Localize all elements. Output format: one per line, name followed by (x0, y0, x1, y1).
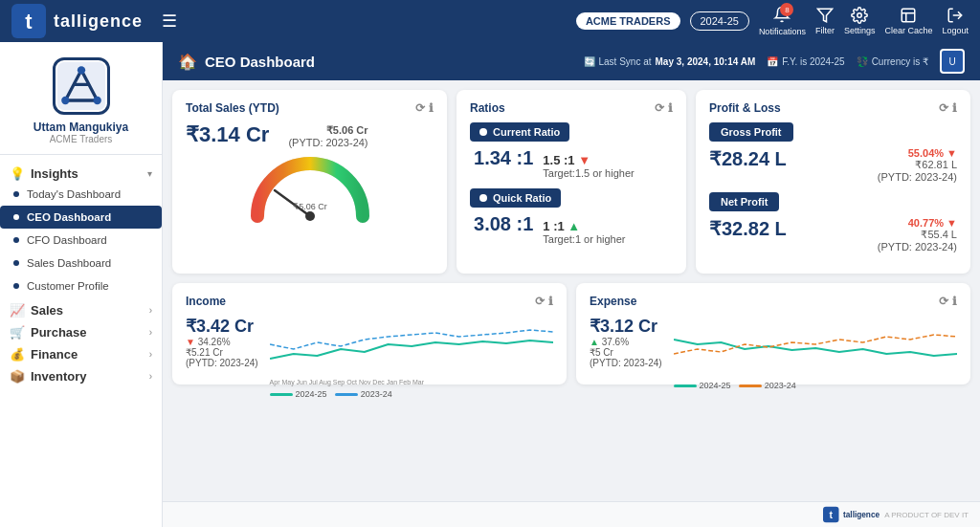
gross-profit-value-row: ₹28.24 L 55.04% ▼ ₹62.81 L (PYTD: 2023-2… (709, 147, 957, 183)
currency-label: Currency is ₹ (872, 56, 928, 67)
quick-ratio-item: Quick Ratio 3.08 :1 1 :1 ▲ Target:1 or h… (470, 188, 673, 245)
gauge-chart: ₹5.06 Cr (248, 154, 372, 226)
notifications-label: Notifications (759, 27, 806, 36)
brand-tagline: A PRODUCT OF DEV IT (884, 511, 969, 519)
gross-profit-prev: 55.04% ▼ ₹62.81 L (PYTD: 2023-24) (878, 147, 957, 183)
expense-chart-legend: 2024-25 2023-24 (674, 381, 957, 390)
legend-prev-dot (335, 393, 358, 396)
sidebar-profile: Uttam Mangukiya ACME Traders (0, 42, 162, 155)
sales-main-value: ₹3.14 Cr (186, 122, 269, 147)
svg-point-8 (61, 97, 69, 104)
income-title: Income ⟳ ℹ (186, 295, 553, 308)
current-ratio-button[interactable]: Current Ratio (470, 122, 569, 142)
card-icon-group: ⟳ ℹ (415, 101, 434, 115)
refresh-icon[interactable]: ⟳ (415, 101, 425, 115)
down-arrow-icon: ▼ (578, 153, 590, 167)
refresh-icon[interactable]: ⟳ (655, 101, 664, 115)
bottom-brand: t talligence A PRODUCT OF DEV IT (163, 501, 980, 527)
net-profit-button[interactable]: Net Profit (709, 192, 780, 211)
nav-dot (13, 260, 19, 266)
sidebar-section-sales[interactable]: 📈 Sales › (0, 297, 162, 319)
currency-icon: 💱 (857, 56, 868, 67)
filter-button[interactable]: Filter (815, 7, 835, 35)
finance-icon: 💰 (10, 347, 25, 362)
nav-item-cfo-dashboard[interactable]: CFO Dashboard (0, 229, 162, 252)
notification-badge: 8 (780, 3, 793, 16)
sales-chevron: › (149, 305, 152, 316)
gross-profit-section: Gross Profit ₹28.24 L 55.04% ▼ ₹62.81 L … (709, 122, 957, 183)
svg-marker-2 (817, 9, 832, 22)
avatar-logo-icon (57, 62, 105, 110)
logo-text: talligence (54, 11, 143, 32)
calendar-icon: 📅 (767, 56, 778, 67)
sidebar-section-insights[interactable]: 💡 Insights ▾ (0, 161, 162, 183)
logout-button[interactable]: Logout (942, 7, 969, 35)
last-sync-item: 🔄 Last Sync at May 3, 2024, 10:14 AM (584, 56, 756, 67)
legend-prev-dot (739, 384, 762, 387)
legend-current-dot (674, 384, 697, 387)
dashboard-content: Total Sales (YTD) ⟳ ℹ ₹3.14 Cr ₹5.06 Cr … (163, 80, 980, 501)
sales-prev: ₹5.06 Cr (PYTD: 2023-24) (288, 124, 368, 148)
settings-button[interactable]: Settings (844, 7, 876, 35)
nav-item-customer-profile[interactable]: Customer Profile (0, 274, 162, 297)
pl-icons: ⟳ ℹ (939, 101, 957, 115)
gauge-container: ₹5.06 Cr (186, 154, 434, 226)
talligence-footer-logo: t talligence (823, 506, 880, 523)
insights-nav-items: Today's Dashboard CEO Dashboard CFO Dash… (0, 183, 162, 297)
sidebar-section-inventory[interactable]: 📦 Inventory › (0, 363, 162, 385)
last-sync-value: May 3, 2024, 10:14 AM (656, 56, 756, 67)
svg-text:talligence: talligence (843, 511, 880, 519)
sidebar: Uttam Mangukiya ACME Traders 💡 Insights … (0, 42, 163, 527)
nav-item-ceo-dashboard[interactable]: CEO Dashboard (0, 206, 162, 229)
clear-cache-label: Clear Cache (884, 26, 932, 35)
inventory-label: 📦 Inventory (10, 369, 87, 384)
settings-label: Settings (844, 26, 876, 35)
quick-ratio-button[interactable]: Quick Ratio (470, 188, 561, 208)
fy-label: F.Y. is 2024-25 (782, 56, 844, 67)
notifications-button[interactable]: 8 Notifications (759, 6, 806, 36)
hamburger-icon[interactable]: ☰ (162, 11, 177, 32)
refresh-icon[interactable]: ⟳ (939, 101, 948, 115)
info-icon[interactable]: ℹ (952, 101, 957, 115)
info-icon[interactable]: ℹ (548, 295, 553, 308)
sidebar-section-finance[interactable]: 💰 Finance › (0, 341, 162, 363)
net-profit-value-row: ₹32.82 L 40.77% ▼ ₹55.4 L (PYTD: 2023-24… (709, 217, 957, 253)
purchase-label: 🛒 Purchase (10, 325, 87, 340)
total-sales-card: Total Sales (YTD) ⟳ ℹ ₹3.14 Cr ₹5.06 Cr … (172, 90, 447, 274)
profile-pic-item[interactable]: U (940, 49, 965, 74)
income-prev: ▼ 34.26% ₹5.21 Cr (PYTD: 2023-24) (186, 337, 258, 368)
clear-cache-button[interactable]: Clear Cache (884, 7, 932, 35)
finance-chevron: › (149, 349, 152, 360)
current-ratio-target: 1.5 :1 ▼ Target:1.5 or higher (543, 153, 634, 179)
svg-text:₹5.06 Cr: ₹5.06 Cr (293, 202, 327, 211)
top-header: t talligence ☰ ACME TRADERS 2024-25 8 No… (0, 0, 980, 42)
nav-dot (13, 237, 19, 243)
income-chart-legend: 2024-25 2023-24 (270, 389, 553, 399)
avatar (53, 57, 110, 115)
refresh-icon[interactable]: ⟳ (939, 295, 948, 308)
purchase-icon: 🛒 (10, 325, 25, 340)
expense-card: Expense ⟳ ℹ ₹3.12 Cr ▲ 37.6% ₹5 C (576, 283, 970, 384)
purchase-chevron: › (149, 327, 152, 338)
nav-item-todays-dashboard[interactable]: Today's Dashboard (0, 183, 162, 206)
user-name: Uttam Mangukiya (33, 121, 128, 134)
page-title: CEO Dashboard (205, 54, 315, 70)
income-card: Income ⟳ ℹ ₹3.42 Cr ▼ 34.26% ₹5.2 (172, 283, 567, 384)
refresh-icon[interactable]: ⟳ (535, 295, 545, 308)
quick-ratio-target: 1 :1 ▲ Target:1 or higher (543, 219, 625, 245)
bottom-cards-row: Income ⟳ ℹ ₹3.42 Cr ▼ 34.26% ₹5.2 (172, 283, 970, 384)
expense-icons: ⟳ ℹ (939, 295, 957, 308)
insights-label: 💡 Insights (10, 166, 78, 181)
info-icon[interactable]: ℹ (668, 101, 673, 115)
home-icon: 🏠 (178, 53, 197, 71)
gross-profit-button[interactable]: Gross Profit (709, 122, 793, 142)
expense-value-row: ₹3.12 Cr ▲ 37.6% ₹5 Cr (PYTD: 2023-24) (590, 316, 957, 373)
main-content: 🏠 CEO Dashboard 🔄 Last Sync at May 3, 20… (163, 42, 980, 527)
sidebar-section-purchase[interactable]: 🛒 Purchase › (0, 319, 162, 341)
sales-icon: 📈 (10, 303, 25, 318)
logout-label: Logout (942, 26, 969, 35)
info-icon[interactable]: ℹ (952, 295, 957, 308)
nav-item-sales-dashboard[interactable]: Sales Dashboard (0, 252, 162, 274)
inventory-chevron: › (149, 371, 152, 382)
info-icon[interactable]: ℹ (429, 101, 434, 115)
